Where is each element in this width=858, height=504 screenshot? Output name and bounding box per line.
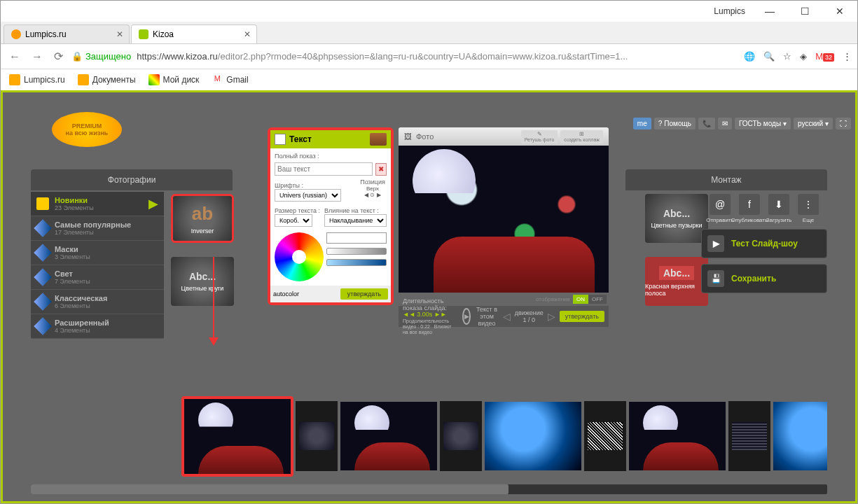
tab-montage[interactable]: Монтаж <box>625 169 827 190</box>
color-slider-1[interactable] <box>326 248 387 255</box>
timeline-transition[interactable] <box>584 401 626 471</box>
font-select[interactable]: Univers (russian) <box>275 189 341 202</box>
download-button[interactable]: ⬇Загрузить <box>766 194 791 223</box>
display-toggle[interactable]: отображение ON OFF <box>532 295 607 304</box>
me-button[interactable]: me <box>633 118 651 130</box>
timeline-transition[interactable] <box>296 401 338 471</box>
preview-image[interactable] <box>399 146 609 293</box>
star-icon[interactable]: ☆ <box>783 51 791 62</box>
play-button[interactable]: ▶ <box>462 308 471 325</box>
timeline-transition[interactable] <box>728 401 770 471</box>
photo-icon: 🖼 <box>404 132 412 141</box>
tab-photos[interactable]: Фотографии <box>31 169 233 190</box>
prev-icon[interactable]: ◁ <box>503 311 511 322</box>
fullscreen-icon[interactable]: ⛶ <box>836 118 851 130</box>
window-titlebar: Lumpics — ☐ ✕ <box>1 1 857 22</box>
sidebar-item-popular[interactable]: Самые популярные17 Элементы <box>31 216 164 241</box>
help-button[interactable]: ?Помощь <box>654 118 696 130</box>
save-button[interactable]: 💾Сохранить <box>701 264 827 293</box>
bookmark-lumpics[interactable]: Lumpics.ru <box>9 74 65 85</box>
sidebar-item-advanced[interactable]: Расширенный4 Элементы <box>31 314 164 339</box>
sidebar-item-new[interactable]: Новинки23 Элементы ▶ <box>31 192 164 216</box>
color-wheel[interactable] <box>275 232 324 281</box>
search-icon[interactable]: 🔍 <box>763 51 775 62</box>
download-icon: ⬇ <box>768 194 789 215</box>
mail-icon[interactable]: ✉ <box>718 118 732 130</box>
retouch-button[interactable]: ✎Ретушь фото <box>521 130 558 144</box>
preview-header: 🖼 Фото ✎Ретушь фото ⊞создать коллаж <box>399 127 609 146</box>
prev-frame-icon[interactable]: ◄◄ <box>403 311 415 318</box>
sidebar-item-classic[interactable]: Классическая6 Элементы <box>31 290 164 314</box>
position-joystick[interactable]: Верх ◀ ⊙ ▶ Право <box>359 186 387 204</box>
text-effect-bubbles[interactable]: Abc... Цветные пузырки <box>645 194 708 243</box>
save-icon: 💾 <box>707 270 724 287</box>
test-slideshow-button[interactable]: ▶Тест Слайд-шоу <box>701 229 827 258</box>
bookmarks-bar: Lumpics.ru Документы Мой диск MGmail <box>1 69 857 90</box>
menu-icon[interactable]: ⋮ <box>843 51 852 62</box>
sidebar-item-masks[interactable]: Маски3 Элементы <box>31 241 164 265</box>
bookmark-icon <box>9 74 20 85</box>
tab-close-icon[interactable]: ✕ <box>116 29 123 39</box>
favicon-icon <box>11 29 21 39</box>
gmail-icon[interactable]: M32 <box>815 51 834 62</box>
premium-badge[interactable]: PREMIUM на всю жизнь <box>52 112 122 147</box>
car-graphic <box>434 237 595 293</box>
publish-button[interactable]: fОпубликовать <box>737 194 762 223</box>
browser-tabs: Lumpics.ru ✕ Kizoa ✕ <box>1 22 857 44</box>
bookmark-gmail[interactable]: MGmail <box>212 74 248 85</box>
text-effect-inverser[interactable]: ab Inverser <box>171 194 234 243</box>
timeline-transition[interactable] <box>440 401 482 471</box>
browser-tab-lumpics[interactable]: Lumpics.ru ✕ <box>4 24 130 43</box>
bookmark-documents[interactable]: Документы <box>78 74 136 85</box>
bookmark-drive[interactable]: Мой диск <box>148 74 200 85</box>
scrollbar-thumb[interactable] <box>31 484 508 494</box>
more-button[interactable]: ⋮Еще <box>796 194 821 223</box>
color-slider-2[interactable] <box>326 259 387 266</box>
timeline-slide-selected[interactable] <box>181 396 293 477</box>
sidebar-item-light[interactable]: Свет7 Элементы <box>31 265 164 290</box>
text-input[interactable] <box>275 162 373 176</box>
timeline-slide-4[interactable] <box>773 401 827 471</box>
font-label: Шрифты : <box>275 182 303 189</box>
app-container: kizoa 🏠 ГОСТЬ моды: регистр или Войти чт… <box>1 90 857 503</box>
timeline-slide-3[interactable] <box>628 401 726 471</box>
collage-button[interactable]: ⊞создать коллаж <box>560 130 603 144</box>
approve-button[interactable]: утверждать <box>560 311 604 322</box>
send-button[interactable]: @Отправить <box>707 194 733 223</box>
language-dropdown[interactable]: русский ▾ <box>794 118 833 130</box>
extension-icon[interactable]: ◈ <box>800 51 807 62</box>
reload-button[interactable]: ⟳ <box>51 50 66 63</box>
tab-close-icon[interactable]: ✕ <box>244 29 251 39</box>
text-effect-redband[interactable]: Abc... Красная верхняя полоса <box>645 257 708 306</box>
annotation-arrow <box>213 257 214 341</box>
guest-dropdown[interactable]: ГОСТЬ моды ▾ <box>735 118 791 130</box>
category-icon <box>34 293 51 310</box>
preview-panel: 🖼 Фото ✎Ретушь фото ⊞создать коллаж отоб… <box>399 127 609 327</box>
maximize-button[interactable]: ☐ <box>794 6 815 17</box>
next-frame-icon[interactable]: ►► <box>434 311 447 318</box>
forward-button[interactable]: → <box>29 50 46 63</box>
secure-badge[interactable]: 🔒 Защищено <box>71 51 131 62</box>
minimize-button[interactable]: — <box>759 6 780 17</box>
color-swatch[interactable] <box>326 232 387 244</box>
timeline-slide-1[interactable] <box>340 401 438 471</box>
timeline-slide-2[interactable] <box>484 401 582 471</box>
more-icon: ⋮ <box>798 194 819 215</box>
close-button[interactable]: ✕ <box>829 6 850 17</box>
next-icon[interactable]: ▷ <box>548 311 555 322</box>
text-icon <box>275 134 286 145</box>
url-field[interactable]: https://www.kizoa.ru/editor2.php?rmode=4… <box>137 51 628 62</box>
tab-title: Lumpics.ru <box>25 29 67 39</box>
delete-icon[interactable]: ✖ <box>375 163 387 176</box>
chevron-right-icon: ▶ <box>148 196 158 211</box>
popup-approve-button[interactable]: утверждать <box>340 288 388 300</box>
effect-select[interactable]: Накладывание <box>324 214 387 227</box>
size-select[interactable]: Короб. <box>275 214 312 227</box>
translate-icon[interactable]: 🌐 <box>744 51 755 62</box>
timeline-scrollbar[interactable] <box>31 484 827 494</box>
back-button[interactable]: ← <box>6 50 23 63</box>
app-workspace: PREMIUM на всю жизнь me ?Помощь 📞 ✉ ГОСТ… <box>3 92 855 501</box>
text-effect-circles[interactable]: Abc... Цветные круги <box>171 257 234 306</box>
contact-icon[interactable]: 📞 <box>698 118 715 130</box>
browser-tab-kizoa[interactable]: Kizoa ✕ <box>131 24 257 43</box>
